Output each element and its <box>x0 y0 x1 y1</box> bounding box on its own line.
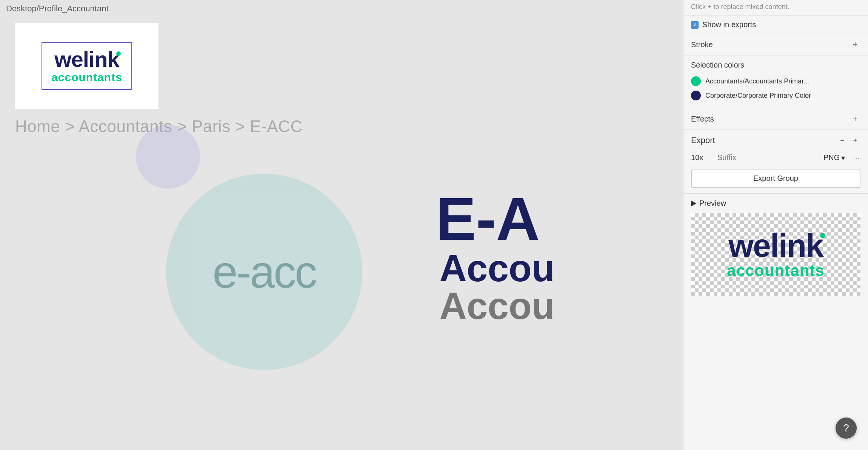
preview-welink-text: welink <box>728 229 823 262</box>
right-panel: Click + to replace mixed content. Show i… <box>683 0 868 450</box>
export-row: 10x PNG ▾ ··· <box>691 151 860 164</box>
export-scale: 10x <box>691 153 710 162</box>
logo-border: welink accountants <box>42 42 132 90</box>
color-row-accountants: Accountants/Accountants Primar... <box>691 74 860 88</box>
breadcrumb: Desktop/Profile_Accountant <box>0 0 115 17</box>
export-controls: − + <box>837 135 860 146</box>
accu-large-text: Accou <box>439 249 555 287</box>
export-section: Export − + 10x PNG ▾ ··· Export Group <box>683 130 868 194</box>
export-format-chevron: ▾ <box>841 153 845 162</box>
preview-title: Preview <box>699 199 726 208</box>
selection-colors-title: Selection colors <box>691 61 860 69</box>
export-format-label: PNG <box>823 153 840 162</box>
mixed-content-hint: Click + to replace mixed content. <box>683 0 868 16</box>
preview-accountants-text: accountants <box>727 262 824 280</box>
stroke-section: Stroke + <box>683 34 868 55</box>
stroke-add-button[interactable]: + <box>850 39 860 50</box>
export-header: Export − + <box>691 135 860 146</box>
teal-circle: e-acc <box>166 174 362 370</box>
stroke-label: Stroke <box>691 40 713 49</box>
export-title: Export <box>691 136 715 145</box>
preview-dot <box>820 233 825 238</box>
export-minus-button[interactable]: − <box>837 135 848 146</box>
accu-large2-text: Accou <box>439 287 555 325</box>
circle-decoration <box>136 125 200 189</box>
corporate-color-swatch[interactable] <box>691 91 701 100</box>
accountants-color-label: Accountants/Accountants Primar... <box>705 77 809 85</box>
preview-section: Preview welink accountants <box>683 194 868 301</box>
export-suffix-input[interactable] <box>714 151 817 164</box>
logo-dot <box>116 51 121 56</box>
show-exports-label: Show in exports <box>702 20 756 29</box>
export-group-button[interactable]: Export Group <box>691 169 860 188</box>
export-plus-button[interactable]: + <box>850 135 860 146</box>
preview-header[interactable]: Preview <box>691 199 860 208</box>
help-button[interactable]: ? <box>836 418 857 439</box>
export-more-button[interactable]: ··· <box>852 152 860 164</box>
corporate-color-label: Corporate/Corporate Primary Color <box>705 92 811 100</box>
color-row-corporate: Corporate/Corporate Primary Color <box>691 88 860 103</box>
accountants-color-swatch[interactable] <box>691 76 701 86</box>
show-exports-checkbox[interactable] <box>691 21 699 29</box>
logo-card: welink accountants <box>15 23 159 109</box>
e-acc-large-text: E-A <box>436 189 540 249</box>
effects-add-button[interactable]: + <box>850 114 860 124</box>
circle-text: e-acc <box>212 246 315 298</box>
effects-label: Effects <box>691 115 714 123</box>
selection-colors-section: Selection colors Accountants/Accountants… <box>683 55 868 108</box>
preview-collapse-icon <box>691 200 696 207</box>
effects-section: Effects + <box>683 108 868 130</box>
canvas-area: Desktop/Profile_Accountant welink accoun… <box>0 0 683 450</box>
show-exports-row: Show in exports <box>683 16 868 34</box>
preview-logo: welink accountants <box>727 229 824 280</box>
canvas-logo-welink: welink <box>54 48 119 70</box>
canvas-logo-accountants: accountants <box>51 71 122 84</box>
preview-image-area: welink accountants <box>691 213 860 296</box>
export-format-select[interactable]: PNG ▾ <box>820 152 848 164</box>
